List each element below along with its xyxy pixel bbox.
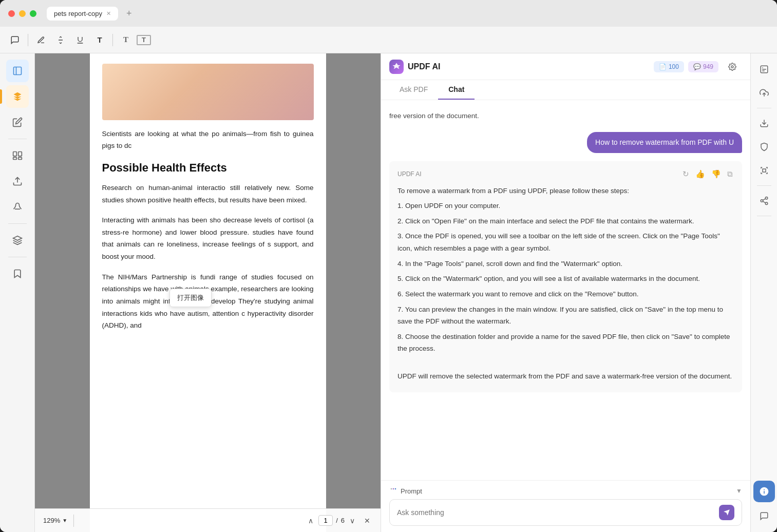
sidebar-item-pages[interactable] xyxy=(6,144,29,167)
new-tab-button[interactable]: + xyxy=(126,9,132,18)
svg-rect-7 xyxy=(18,157,22,159)
response-conclusion: UPDF will remove the selected watermark … xyxy=(397,370,734,383)
fr-bottom-section xyxy=(753,481,775,526)
total-pages: 6 xyxy=(341,517,345,524)
image-open-tooltip[interactable]: 打开图像 xyxy=(169,289,212,307)
close-bar-button[interactable]: ✕ xyxy=(362,516,372,526)
prev-response-tail: free version of the document. xyxy=(389,108,742,124)
pdf-intro: Scientists are looking at what the po an… xyxy=(102,128,314,152)
sidebar-item-layers[interactable] xyxy=(6,229,29,252)
response-line-9: 8. Choose the destination folder and pro… xyxy=(397,331,734,355)
ai-title: UPDF AI xyxy=(408,62,440,71)
send-button[interactable] xyxy=(719,505,734,520)
svg-rect-2 xyxy=(13,67,21,75)
prev-page-button[interactable]: ∧ xyxy=(306,516,315,526)
tab-ask-pdf[interactable]: Ask PDF xyxy=(389,80,438,100)
prompt-dropdown-icon[interactable]: ▼ xyxy=(736,487,742,495)
ask-input[interactable] xyxy=(397,508,715,517)
text-icon[interactable]: T xyxy=(91,31,108,49)
upload-icon[interactable] xyxy=(754,83,774,103)
strikethrough-icon[interactable] xyxy=(52,31,69,49)
fr-divider3 xyxy=(757,216,771,216)
copy-response-button[interactable]: ⧉ xyxy=(726,168,734,180)
share-icon[interactable] xyxy=(754,191,774,211)
ai-header: UPDF AI 📄 100 💬 949 xyxy=(381,53,750,80)
svg-point-19 xyxy=(761,200,763,202)
sidebar-item-highlight[interactable] xyxy=(6,85,29,108)
chat-messages[interactable]: free version of the document. How to rem… xyxy=(381,100,750,480)
chat-history-icon[interactable] xyxy=(754,506,774,526)
pdf-para1: Research on human-animal interactio stil… xyxy=(102,182,314,206)
response-line-1: To remove a watermark from a PDF using U… xyxy=(397,185,734,197)
response-line-5: 4. In the "Page Tools" panel, scroll dow… xyxy=(397,258,734,270)
zoom-control[interactable]: 129% ▼ xyxy=(43,517,67,524)
toolbar-divider2 xyxy=(112,34,113,46)
svg-rect-5 xyxy=(18,152,22,156)
maximize-button[interactable] xyxy=(30,10,36,17)
svg-point-10 xyxy=(731,66,733,68)
page-separator: / xyxy=(336,517,338,524)
pdf-para2: Interacting with animals has been sho de… xyxy=(102,214,314,263)
next-page-button[interactable]: ∨ xyxy=(348,516,357,526)
svg-line-21 xyxy=(763,201,765,203)
text-box-icon[interactable]: T xyxy=(137,35,151,45)
svg-point-18 xyxy=(765,197,768,200)
pen-icon[interactable] xyxy=(32,31,50,49)
zoom-dropdown-icon[interactable]: ▼ xyxy=(62,518,67,523)
protect-icon[interactable] xyxy=(754,137,774,157)
annotation-toolbar: T T T xyxy=(0,27,777,53)
sidebar-item-bookmark[interactable] xyxy=(6,262,29,285)
minimize-button[interactable] xyxy=(19,10,26,17)
sidebar-item-export[interactable] xyxy=(6,170,29,193)
ai-panel: UPDF AI 📄 100 💬 949 xyxy=(381,53,750,532)
scan-icon[interactable] xyxy=(754,161,774,180)
thumbs-up-button[interactable]: 👍 xyxy=(694,168,706,180)
ocr-icon[interactable] xyxy=(754,60,774,79)
svg-point-11 xyxy=(391,488,392,490)
text-format-icon[interactable]: T xyxy=(117,31,135,49)
ai-header-right: 📄 100 💬 949 xyxy=(654,57,742,77)
pdf-header-image xyxy=(102,64,314,120)
zoom-value: 129% xyxy=(43,517,60,524)
user-bubble: How to remove watermark from PDF with U … xyxy=(587,132,742,153)
fr-divider1 xyxy=(757,108,771,108)
tab-close-icon[interactable]: ✕ xyxy=(106,10,111,17)
thumbs-down-button[interactable]: 👎 xyxy=(710,168,722,180)
pdf-intro-text: Scientists are looking at what the po an… xyxy=(102,130,314,149)
sidebar-item-edit[interactable] xyxy=(6,111,29,134)
sidebar-item-signature[interactable] xyxy=(6,196,29,218)
page-number-input[interactable] xyxy=(318,515,333,526)
pdf-page: Scientists are looking at what the po an… xyxy=(90,53,326,532)
title-bar: pets report-copy ✕ + xyxy=(0,0,777,27)
bottom-divider xyxy=(73,515,74,527)
tab-chat[interactable]: Chat xyxy=(438,80,475,100)
sidebar-item-reader[interactable] xyxy=(6,60,29,82)
close-button[interactable] xyxy=(8,10,15,17)
sidebar-divider1 xyxy=(8,139,27,139)
prompt-icon xyxy=(389,487,397,495)
response-line-6: 5. Click on the "Watermark" option, and … xyxy=(397,273,734,285)
ai-settings-icon[interactable] xyxy=(723,57,742,77)
download-icon[interactable] xyxy=(754,113,774,133)
response-line-3: 2. Click on "Open File" on the main inte… xyxy=(397,215,734,227)
page-control: ∧ / 6 ∨ ✕ xyxy=(306,515,372,526)
ai-response-block: UPDF AI ↻ 👍 👎 ⧉ To remove a watermark fr… xyxy=(389,161,742,393)
regenerate-button[interactable]: ↻ xyxy=(681,168,690,180)
ai-tab-bar: Ask PDF Chat xyxy=(381,80,750,100)
response-line-2: 1. Open UPDF on your computer. xyxy=(397,200,734,212)
document-tab[interactable]: pets report-copy ✕ xyxy=(47,7,118,21)
underline-icon[interactable] xyxy=(71,31,89,49)
ai-chat-button[interactable] xyxy=(753,481,775,502)
tab-title: pets report-copy xyxy=(54,10,102,17)
ai-response-text: To remove a watermark from a PDF using U… xyxy=(397,185,734,383)
comment-icon[interactable] xyxy=(6,31,24,49)
token2-value: 949 xyxy=(703,63,713,70)
prompt-input-wrap xyxy=(389,499,742,526)
prompt-header: Prompt ▼ xyxy=(389,487,742,495)
ai-response-actions: ↻ 👍 👎 ⧉ xyxy=(681,168,734,180)
svg-point-20 xyxy=(765,202,768,205)
token1-value: 100 xyxy=(669,63,679,70)
pdf-bottom-bar: 129% ▼ ∧ / 6 ∨ ✕ xyxy=(35,508,381,532)
active-indicator xyxy=(0,89,2,104)
svg-line-22 xyxy=(763,199,765,200)
